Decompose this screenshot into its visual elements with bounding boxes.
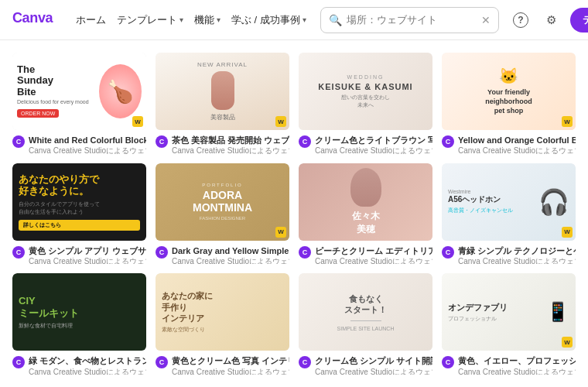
card-thumb-inner: 佐々木美穂 <box>299 163 432 241</box>
card-thumb-inner: CIYミールキット 新鮮な食材で自宅料理 <box>12 273 146 351</box>
card-info: C 黄色、イエロー、プロフェッショナ... Canva Creative Stu… <box>442 355 576 375</box>
card-subtitle: Canva Creative Studioによるウェブサ... <box>29 146 146 153</box>
main-nav: ホーム テンプレート ▾ 機能 ▾ 学ぶ / 成功事例 ▾ <box>71 10 311 30</box>
card-thumbnail: 食もなくスタート！ SIMPLE SITE LAUNCH <box>299 273 432 351</box>
card-title: White and Red Colorful Blocks ... <box>29 135 146 146</box>
template-card[interactable]: 🐱 Your friendlyneighborhoodpet shop W C … <box>442 53 576 154</box>
canva-c-logo: C <box>442 135 454 148</box>
card-text: クリーム色 シンプル サイト開設 美... Canva Creative Stu… <box>315 355 432 375</box>
card-thumbnail: NEW ARRIVAL 美容製品 W <box>156 53 289 130</box>
card-thumb-inner: オンデファブリ プロフェッショナル 📱 <box>442 273 576 351</box>
card-thumbnail: CIYミールキット 新鮮な食材で自宅料理 <box>12 273 146 351</box>
template-grid: TheSundayBite Delicious food for every m… <box>0 40 588 387</box>
card-title: 茶色 美容製品 発売開始 ウェブサイト <box>172 135 289 146</box>
search-input[interactable] <box>347 14 477 26</box>
card-info: C 黄色 シンプル アプリ ウェブサイト Canva Creative Stud… <box>12 245 146 265</box>
search-bar: 🔍 ✕ <box>320 7 499 33</box>
nav-features[interactable]: 機能 ▾ <box>190 10 225 30</box>
canva-c-logo: C <box>299 246 311 259</box>
card-subtitle: Canva Creative Studioによるウェブサ... <box>315 256 432 264</box>
template-card[interactable]: CIYミールキット 新鮮な食材で自宅料理 C 緑 モダン、食べ物とレストラン ウ… <box>12 273 146 375</box>
pro-badge: W <box>562 337 573 348</box>
card-thumb-inner: あなたの家に手作りインテリア 素敵な空間づくり <box>156 273 289 351</box>
pro-badge: W <box>562 116 573 127</box>
card-info: C 緑 モダン、食べ物とレストラン ウェ... Canva Creative S… <box>12 355 146 375</box>
card-thumbnail: オンデファブリ プロフェッショナル 📱 W <box>442 273 576 351</box>
canva-c-logo: C <box>442 246 454 259</box>
canva-c-logo: C <box>299 356 311 368</box>
help-icon: ? <box>513 12 528 28</box>
canva-logo[interactable]: Canva <box>12 9 59 31</box>
card-subtitle: Canva Creative Studioによるウェブサ... <box>29 256 146 264</box>
card-text: 緑 モダン、食べ物とレストラン ウェ... Canva Creative Stu… <box>29 355 146 375</box>
card-title: クリーム色とライトブラウン 写真 ... <box>315 135 432 146</box>
card-thumbnail: Westmire A56ヘッドホン 高音質・ノイズキャンセル 🎧 W <box>442 163 576 241</box>
card-title: Yellow and Orange Colorful Blo... <box>458 135 576 146</box>
create-design-button[interactable]: デザインを作成 <box>570 8 588 33</box>
template-card[interactable]: あなたのやり方で好きなように。 自分のスタイルでアプリを使って自由な生活を手に入… <box>12 163 146 265</box>
card-text: ピーチとクリーム エディトリアル... Canva Creative Studi… <box>315 245 432 265</box>
card-subtitle: Canva Creative Studioによるウェブサ... <box>29 367 146 375</box>
template-card[interactable]: WEDDING KEISUKE & KASUMI 想いの言葉を交わし未来へ C … <box>299 53 432 154</box>
card-subtitle: Canva Creative Studioによるウェブサ... <box>315 367 432 375</box>
card-title: 黄色とクリーム色 写真 インテリア ... <box>172 355 289 366</box>
svg-text:Canva: Canva <box>12 10 54 26</box>
card-thumb-inner: TheSundayBite Delicious food for every m… <box>12 53 146 130</box>
card-text: Dark Gray and Yellow Simple D... Canva C… <box>172 245 289 265</box>
card-info: C Yellow and Orange Colorful Blo... Canv… <box>442 135 576 154</box>
pro-badge: W <box>562 227 573 238</box>
card-title: クリーム色 シンプル サイト開設 美... <box>315 355 432 366</box>
card-thumbnail: 🐱 Your friendlyneighborhoodpet shop W <box>442 53 576 130</box>
template-card[interactable]: PORTFOLIO ADORAMONTMINA FASHION DESIGNER… <box>156 163 289 265</box>
nav-home[interactable]: ホーム <box>71 10 111 30</box>
card-info: C クリーム色 シンプル サイト開設 美... Canva Creative S… <box>299 355 432 375</box>
card-thumb-inner: 食もなくスタート！ SIMPLE SITE LAUNCH <box>299 273 432 351</box>
template-card[interactable]: あなたの家に手作りインテリア 素敵な空間づくり C 黄色とクリーム色 写真 イン… <box>156 273 289 375</box>
card-subtitle: Canva Creative Studioによるウェブサ... <box>315 146 432 153</box>
canva-c-logo: C <box>12 246 25 259</box>
canva-c-logo: C <box>156 135 168 148</box>
gear-icon: ⚙ <box>546 13 556 27</box>
card-text: 茶色 美容製品 発売開始 ウェブサイト Canva Creative Studi… <box>172 135 289 154</box>
card-text: 黄色とクリーム色 写真 インテリア ... Canva Creative Stu… <box>172 355 289 375</box>
header-right: ? ⚙ デザインを作成 <box>508 8 588 33</box>
card-info: C Dark Gray and Yellow Simple D... Canva… <box>156 245 289 265</box>
template-card[interactable]: Westmire A56ヘッドホン 高音質・ノイズキャンセル 🎧 W C 青緑 … <box>442 163 576 265</box>
canva-c-logo: C <box>156 246 168 259</box>
card-text: 黄色、イエロー、プロフェッショナ... Canva Creative Studi… <box>458 355 576 375</box>
card-title: 黄色、イエロー、プロフェッショナ... <box>458 355 576 366</box>
card-subtitle: Canva Creative Studioによるウェブサ... <box>458 367 576 375</box>
card-info: C クリーム色とライトブラウン 写真 ... Canva Creative St… <box>299 135 432 154</box>
pro-badge: W <box>275 116 286 127</box>
settings-button[interactable]: ⚙ <box>539 8 564 33</box>
canva-c-logo: C <box>442 356 454 368</box>
nav-templates[interactable]: テンプレート ▾ <box>112 10 188 30</box>
canva-c-logo: C <box>156 356 168 368</box>
nav-learn[interactable]: 学ぶ / 成功事例 ▾ <box>227 10 311 30</box>
close-icon[interactable]: ✕ <box>481 14 491 26</box>
card-subtitle: Canva Creative Studioによるウェブサ... <box>172 367 289 375</box>
template-card[interactable]: オンデファブリ プロフェッショナル 📱 W C 黄色、イエロー、プロフェッショナ… <box>442 273 576 375</box>
card-subtitle: Canva Creative Studioによるウェブサ... <box>458 256 576 264</box>
template-card[interactable]: 食もなくスタート！ SIMPLE SITE LAUNCH C クリーム色 シンプ… <box>299 273 432 375</box>
header: Canva ホーム テンプレート ▾ 機能 ▾ 学ぶ / 成功事例 ▾ 🔍 ✕ … <box>0 0 588 40</box>
card-text: 青緑 シンプル テクノロジーとゲー... Canva Creative Stud… <box>458 245 576 265</box>
card-thumbnail: 佐々木美穂 <box>299 163 432 241</box>
card-title: 黄色 シンプル アプリ ウェブサイト <box>29 245 146 256</box>
card-title: ピーチとクリーム エディトリアル... <box>315 245 432 256</box>
template-card[interactable]: 佐々木美穂 C ピーチとクリーム エディトリアル... Canva Creati… <box>299 163 432 265</box>
card-title: 緑 モダン、食べ物とレストラン ウェ... <box>29 355 146 366</box>
card-thumbnail: あなたのやり方で好きなように。 自分のスタイルでアプリを使って自由な生活を手に入… <box>12 163 146 241</box>
help-button[interactable]: ? <box>508 8 533 33</box>
card-thumb-inner: WEDDING KEISUKE & KASUMI 想いの言葉を交わし未来へ <box>299 53 432 130</box>
template-card[interactable]: NEW ARRIVAL 美容製品 W C 茶色 美容製品 発売開始 ウェブサイト… <box>156 53 289 154</box>
card-thumbnail: あなたの家に手作りインテリア 素敵な空間づくり <box>156 273 289 351</box>
card-info: C 茶色 美容製品 発売開始 ウェブサイト Canva Creative Stu… <box>156 135 289 154</box>
card-title: 青緑 シンプル テクノロジーとゲー... <box>458 245 576 256</box>
card-thumbnail: TheSundayBite Delicious food for every m… <box>12 53 146 130</box>
card-thumbnail: WEDDING KEISUKE & KASUMI 想いの言葉を交わし未来へ <box>299 53 432 130</box>
card-thumb-inner: PORTFOLIO ADORAMONTMINA FASHION DESIGNER <box>156 163 289 241</box>
card-subtitle: Canva Creative Studioによるウェブサ... <box>172 256 289 264</box>
template-card[interactable]: TheSundayBite Delicious food for every m… <box>12 53 146 154</box>
card-info: C 黄色とクリーム色 写真 インテリア ... Canva Creative S… <box>156 355 289 375</box>
